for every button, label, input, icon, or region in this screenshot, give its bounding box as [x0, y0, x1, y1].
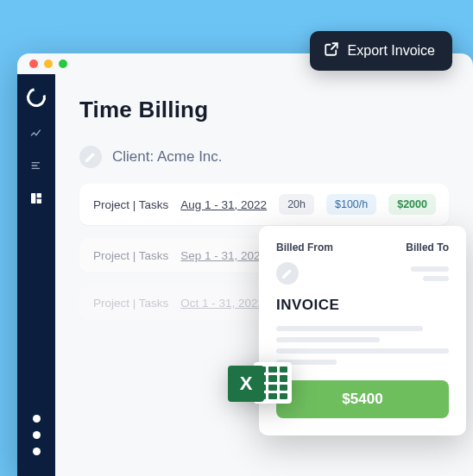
billed-from-label: Billed From — [276, 241, 333, 254]
export-icon — [324, 41, 339, 60]
sidebar-bottom-dots — [33, 415, 41, 476]
project-tasks-label: Project | Tasks — [93, 198, 168, 211]
analytics-icon[interactable] — [29, 126, 43, 140]
billing-row[interactable]: Project | Tasks Aug 1 - 31, 2022 20h $10… — [79, 184, 449, 225]
client-name: Client: Acme Inc. — [112, 148, 223, 166]
export-invoice-button[interactable]: Export Invoice — [310, 31, 452, 71]
app-logo-icon[interactable] — [23, 85, 49, 110]
invoice-heading: INVOICE — [276, 297, 449, 314]
excel-export-icon[interactable]: X — [228, 357, 292, 409]
row-total-pill: $2000 — [388, 194, 436, 215]
client-row: Client: Acme Inc. — [79, 146, 449, 168]
edit-client-icon[interactable] — [79, 146, 102, 168]
window-minimize-dot[interactable] — [44, 60, 53, 68]
sidebar-dot[interactable] — [33, 415, 41, 423]
billing-period[interactable]: Oct 1 - 31, 2022 — [180, 297, 264, 310]
billing-period[interactable]: Sep 1 - 31, 2022 — [180, 249, 267, 262]
sidebar-dot[interactable] — [33, 431, 41, 439]
billed-to-label: Billed To — [406, 241, 449, 254]
sidebar — [17, 74, 55, 476]
project-tasks-label: Project | Tasks — [93, 249, 168, 262]
project-tasks-label: Project | Tasks — [93, 297, 168, 310]
window-zoom-dot[interactable] — [59, 60, 67, 68]
sidebar-dot[interactable] — [33, 448, 41, 455]
rate-pill: $100/h — [326, 194, 376, 215]
page-title: Time Billing — [79, 97, 449, 123]
invoice-sender-avatar — [276, 262, 299, 285]
svg-rect-0 — [31, 193, 35, 204]
svg-rect-1 — [37, 193, 41, 197]
svg-rect-2 — [37, 199, 41, 204]
excel-letter: X — [228, 366, 264, 402]
hours-pill: 20h — [279, 194, 314, 215]
invoice-line-items-placeholder — [276, 326, 449, 365]
export-button-label: Export Invoice — [348, 43, 435, 59]
invoice-total-amount: $5400 — [342, 391, 382, 407]
window-close-dot[interactable] — [29, 60, 38, 68]
billed-to-placeholder — [411, 266, 449, 281]
list-icon[interactable] — [29, 159, 43, 172]
billing-period[interactable]: Aug 1 - 31, 2022 — [180, 198, 267, 211]
invoice-total-button[interactable]: $5400 — [276, 380, 449, 418]
dashboard-icon[interactable] — [29, 191, 43, 205]
